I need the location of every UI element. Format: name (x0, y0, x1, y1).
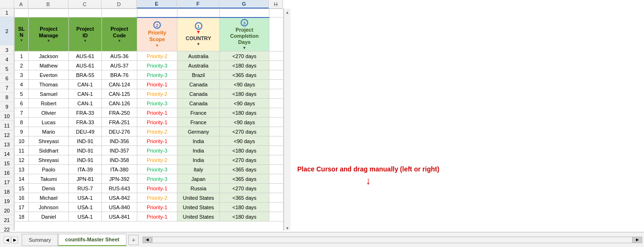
header-completion: 3 ProjectCompletionDays ▼ (220, 17, 269, 51)
cell-sl-6: 6 (15, 99, 29, 108)
cell-sl-12: 12 (15, 155, 29, 165)
tab-countifs-master[interactable]: countifs-Master Sheet (58, 234, 126, 246)
cell-days-14: <365 days (220, 174, 269, 184)
row-num-7: 7 (0, 83, 14, 93)
header-priority-filter[interactable]: ▼ (155, 43, 159, 48)
header-priority: 2 PriorityScope ▼ (137, 17, 177, 51)
row-num-13: 13 (0, 140, 14, 149)
header-country-filter[interactable]: ▼ (197, 42, 201, 46)
cell-1-A (15, 9, 29, 17)
cell-country-17: United States (177, 203, 220, 212)
header-completion-filter[interactable]: ▼ (243, 46, 246, 50)
row-num-20: 20 (0, 206, 14, 215)
cell-manager-7: Olivier (29, 108, 69, 118)
tab-summary[interactable]: Summary (22, 234, 58, 246)
header-H (269, 17, 284, 51)
scroll-down-arrow[interactable]: ▼ (285, 226, 289, 230)
cell-priority-2: Priority-3 (137, 61, 177, 70)
cell-projid-1: AUS-61 (69, 51, 102, 61)
cell-sl-4: 4 (15, 80, 29, 89)
scroll-up-arrow[interactable]: ▲ (285, 10, 289, 15)
row-num-17: 17 (0, 178, 14, 187)
row-num-15: 15 (0, 159, 14, 168)
cell-H-11 (269, 146, 284, 155)
cell-projcode-6: CAN-126 (102, 99, 137, 108)
cell-H-17 (269, 203, 284, 212)
cell-projcode-11: IND-357 (102, 146, 137, 155)
cell-priority-3: Priority-3 (137, 70, 177, 80)
cell-priority-18: Priority-1 (137, 212, 177, 221)
table-row: 18 Daniel USA-1 USA-841 Priority-1 Unite… (15, 212, 284, 221)
cell-sl-11: 11 (15, 146, 29, 155)
cell-projcode-2: AUS-37 (102, 61, 137, 70)
table-row: 2 Mathew AUS-61 AUS-37 Priority-3 Austra… (15, 61, 284, 70)
table-row: 6 Robert CAN-1 CAN-126 Priority-3 Canada… (15, 99, 284, 108)
cell-sl-14: 14 (15, 174, 29, 184)
header-proj-code-filter[interactable]: ▼ (117, 39, 121, 43)
cell-priority-4: Priority-1 (137, 80, 177, 89)
row-numbers-column: 1 2 3 4 5 6 7 8 9 10 11 12 13 14 15 16 1… (0, 9, 14, 230)
cell-projcode-3: BRA-76 (102, 70, 137, 80)
cell-H-14 (269, 174, 284, 184)
cell-priority-7: Priority-1 (137, 108, 177, 118)
cell-days-6: <90 days (220, 99, 269, 108)
cell-country-11: India (177, 146, 220, 155)
header-manager: ProjectManage ▼ (29, 17, 69, 51)
row-num-5: 5 (0, 64, 14, 74)
cell-projcode-14: JPN-392 (102, 174, 137, 184)
hscroll-left-arrow[interactable]: ◀ (143, 237, 152, 243)
vertical-scrollbar[interactable]: ▲ ▼ (284, 9, 291, 230)
cell-projid-13: ITA-39 (69, 165, 102, 174)
cell-days-8: <90 days (220, 118, 269, 127)
horizontal-scrollbar[interactable]: ◀ ▶ (142, 237, 642, 243)
table-row: 3 Everton BRA-55 BRA-76 Priority-3 Brazi… (15, 70, 284, 80)
row-num-3: 3 (0, 45, 14, 55)
header-sl-filter[interactable]: ▼ (20, 38, 24, 43)
cell-days-11: <180 days (220, 146, 269, 155)
cell-H-8 (269, 118, 284, 127)
col-letter-G: G (219, 0, 269, 9)
cell-H-18 (269, 212, 284, 221)
cell-projcode-5: CAN-125 (102, 89, 137, 99)
cell-days-15: <270 days (220, 184, 269, 193)
cell-H-2 (269, 61, 284, 70)
main-table: SL N ▼ ProjectManage ▼ Pro (14, 9, 284, 230)
header-proj-id-filter[interactable]: ▼ (84, 39, 87, 43)
cell-sl-18: 18 (15, 212, 29, 221)
cell-country-18: United States (177, 212, 220, 221)
cell-priority-15: Priority-1 (137, 184, 177, 193)
cell-projcode-1: AUS-36 (102, 51, 137, 61)
cell-projid-16: USA-1 (69, 193, 102, 203)
table-row: 5 Samuel CAN-1 CAN-125 Priority-2 Canada… (15, 89, 284, 99)
add-sheet-button[interactable]: + (128, 235, 139, 245)
cell-sl-1: 1 (15, 51, 29, 61)
rank-badge-F: 1 (195, 22, 202, 30)
cell-country-14: Japan (177, 174, 220, 184)
row-num-4: 4 (0, 55, 14, 64)
instruction-box: Place Cursor and drag manually (left or … (297, 165, 439, 187)
hscroll-right-arrow[interactable]: ▶ (632, 237, 642, 243)
row-num-19: 19 (0, 196, 14, 206)
header-completion-text: ProjectCompletionDays (230, 27, 259, 46)
cell-H-9 (269, 127, 284, 136)
table-row: 13 Paolo ITA-39 ITA-380 Priority-3 Italy… (15, 165, 284, 174)
cell-projcode-13: ITA-380 (102, 165, 137, 174)
cell-projcode-9: DEU-276 (102, 127, 137, 136)
sheet-next-icon[interactable]: ▶ (11, 237, 18, 243)
cell-sl-10: 10 (15, 136, 29, 146)
header-proj-code-text: ProjectCode (110, 26, 128, 39)
sheet-tabs: Summary countifs-Master Sheet (22, 234, 126, 246)
header-priority-text: PriorityScope (148, 29, 167, 43)
cell-projid-17: USA-1 (69, 203, 102, 212)
col-letter-C: C (68, 0, 101, 9)
cell-manager-16: Michael (29, 193, 69, 203)
cell-country-1: Australia (177, 51, 220, 61)
header-manager-filter[interactable]: ▼ (47, 39, 50, 43)
cell-1-E (137, 9, 177, 17)
cell-country-7: France (177, 108, 220, 118)
row-num-12: 12 (0, 130, 14, 140)
sheet-nav-arrows: ◀ ▶ (2, 237, 20, 243)
sheet-prev-icon[interactable]: ◀ (4, 237, 10, 243)
table-row: 15 Denis RUS-7 RUS-643 Priority-1 Russia… (15, 184, 284, 193)
cell-priority-5: Priority-2 (137, 89, 177, 99)
